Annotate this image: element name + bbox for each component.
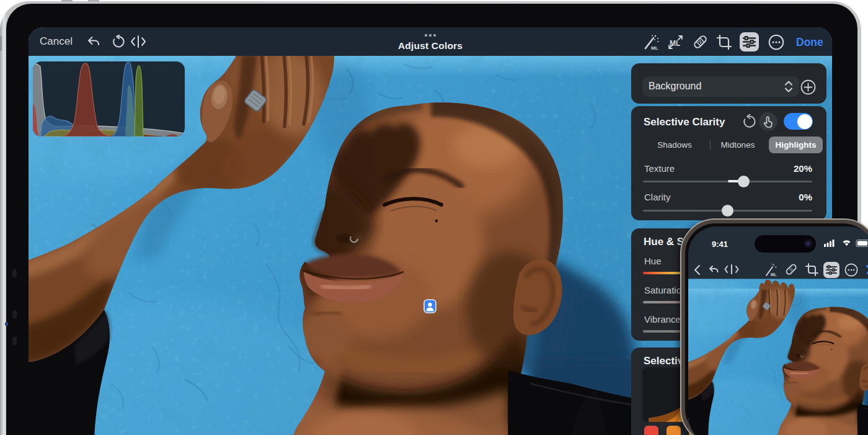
svg-text:ML: ML [771,272,776,277]
svg-text:ML: ML [651,45,658,50]
